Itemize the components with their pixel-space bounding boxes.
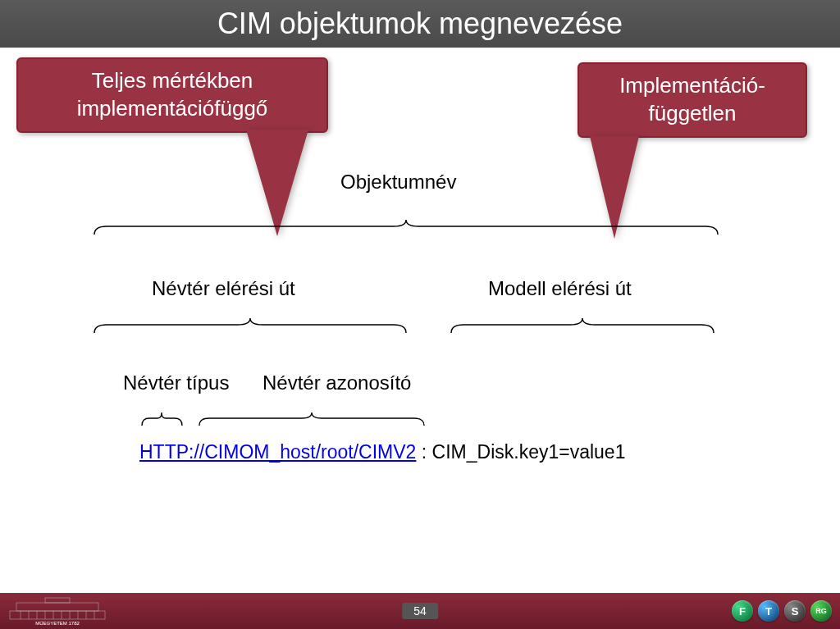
brace-small-2 [197, 412, 427, 427]
label-nevter-azonosito: Névtér azonosító [262, 371, 411, 394]
brace-mid-left [90, 318, 410, 335]
footer-left: MŰEGYETEM 1782 [8, 596, 107, 626]
title-text: CIM objektumok megnevezése [217, 7, 623, 41]
label-modell: Modell elérési út [488, 277, 632, 300]
slide-title: CIM objektumok megnevezése [0, 0, 840, 48]
university-logo: MŰEGYETEM 1782 [8, 596, 107, 626]
footer-badges: F T S RG [732, 600, 832, 622]
svg-rect-0 [10, 611, 105, 619]
slide-content: Teljes mértékben implementációfüggő Impl… [0, 48, 840, 593]
callout-impl-independent: Implementáció- független [578, 62, 807, 138]
brace-top [90, 220, 722, 236]
url-link[interactable]: HTTP://CIMOM_host/root/CIMV2 [139, 441, 416, 463]
label-objektumnev: Objektumnév [340, 171, 456, 194]
page-number: 54 [402, 603, 438, 619]
brace-mid-right [447, 318, 718, 335]
callout-impl-dependent: Teljes mértékben implementációfüggő [16, 57, 328, 133]
callout-left-text: Teljes mértékben implementációfüggő [77, 68, 268, 121]
svg-rect-2 [45, 598, 70, 603]
label-nevter-eleresi: Névtér elérési út [152, 277, 295, 300]
svg-rect-1 [16, 603, 98, 611]
brace-small-1 [139, 412, 185, 427]
callout-right-text: Implementáció- független [619, 73, 765, 125]
badge-f-icon: F [732, 600, 753, 622]
svg-text:MŰEGYETEM 1782: MŰEGYETEM 1782 [35, 621, 80, 626]
slide-footer: MŰEGYETEM 1782 54 F T S RG [0, 593, 840, 629]
example-path: HTTP://CIMOM_host/root/CIMV2 : CIM_Disk.… [139, 441, 625, 463]
url-rest: : CIM_Disk.key1=value1 [416, 441, 625, 463]
badge-s-icon: S [784, 600, 806, 622]
badge-t-icon: T [758, 600, 779, 622]
badge-rg-icon: RG [810, 600, 832, 622]
label-nevter-tipus: Névtér típus [123, 371, 229, 394]
